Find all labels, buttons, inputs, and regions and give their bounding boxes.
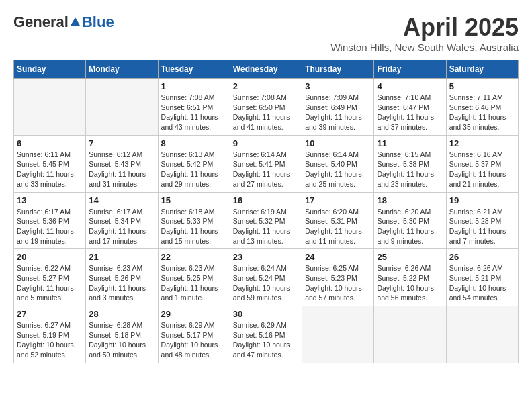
col-wednesday: Wednesday — [230, 60, 302, 79]
logo: General Blue — [13, 13, 114, 31]
table-row: 16Sunrise: 6:19 AM Sunset: 5:32 PM Dayli… — [230, 192, 302, 249]
col-saturday: Saturday — [446, 60, 518, 79]
table-row: 9Sunrise: 6:14 AM Sunset: 5:41 PM Daylig… — [230, 135, 302, 192]
table-row: 30Sunrise: 6:29 AM Sunset: 5:16 PM Dayli… — [230, 306, 302, 363]
logo-general: General — [13, 13, 69, 31]
day-number: 30 — [233, 309, 299, 319]
col-tuesday: Tuesday — [158, 60, 230, 79]
day-info: Sunrise: 6:13 AM Sunset: 5:42 PM Dayligh… — [161, 150, 227, 189]
calendar-week-row: 27Sunrise: 6:27 AM Sunset: 5:19 PM Dayli… — [14, 306, 519, 363]
logo-icon — [69, 16, 81, 28]
day-info: Sunrise: 6:14 AM Sunset: 5:40 PM Dayligh… — [305, 150, 371, 189]
month-year: April 2025 — [330, 13, 519, 42]
day-number: 14 — [89, 195, 154, 205]
day-info: Sunrise: 6:12 AM Sunset: 5:43 PM Dayligh… — [89, 150, 154, 189]
day-info: Sunrise: 6:17 AM Sunset: 5:34 PM Dayligh… — [89, 207, 154, 246]
calendar-week-row: 20Sunrise: 6:22 AM Sunset: 5:27 PM Dayli… — [14, 249, 519, 306]
table-row: 25Sunrise: 6:26 AM Sunset: 5:22 PM Dayli… — [374, 249, 446, 306]
day-info: Sunrise: 6:22 AM Sunset: 5:27 PM Dayligh… — [17, 263, 83, 303]
day-number: 27 — [17, 309, 83, 319]
table-row: 3Sunrise: 7:09 AM Sunset: 6:49 PM Daylig… — [302, 79, 374, 136]
day-number: 19 — [449, 195, 515, 205]
col-friday: Friday — [374, 60, 446, 79]
day-info: Sunrise: 6:28 AM Sunset: 5:18 PM Dayligh… — [89, 320, 154, 360]
day-info: Sunrise: 7:08 AM Sunset: 6:51 PM Dayligh… — [161, 93, 227, 132]
day-info: Sunrise: 6:23 AM Sunset: 5:26 PM Dayligh… — [89, 263, 154, 303]
day-number: 9 — [233, 138, 299, 148]
title-block: April 2025 Winston Hills, New South Wale… — [330, 13, 519, 53]
table-row: 7Sunrise: 6:12 AM Sunset: 5:43 PM Daylig… — [86, 135, 158, 192]
calendar-week-row: 1Sunrise: 7:08 AM Sunset: 6:51 PM Daylig… — [14, 79, 519, 136]
day-number: 28 — [89, 309, 154, 319]
table-row: 23Sunrise: 6:24 AM Sunset: 5:24 PM Dayli… — [230, 249, 302, 306]
day-info: Sunrise: 6:24 AM Sunset: 5:24 PM Dayligh… — [233, 263, 299, 303]
day-number: 10 — [305, 138, 371, 148]
col-sunday: Sunday — [14, 60, 86, 79]
table-row: 22Sunrise: 6:23 AM Sunset: 5:25 PM Dayli… — [158, 249, 230, 306]
table-row: 5Sunrise: 7:11 AM Sunset: 6:46 PM Daylig… — [446, 79, 518, 136]
day-info: Sunrise: 6:15 AM Sunset: 5:38 PM Dayligh… — [377, 150, 443, 189]
table-row: 20Sunrise: 6:22 AM Sunset: 5:27 PM Dayli… — [14, 249, 86, 306]
table-row: 8Sunrise: 6:13 AM Sunset: 5:42 PM Daylig… — [158, 135, 230, 192]
day-info: Sunrise: 6:18 AM Sunset: 5:33 PM Dayligh… — [161, 207, 227, 246]
table-row: 29Sunrise: 6:29 AM Sunset: 5:17 PM Dayli… — [158, 306, 230, 363]
table-row: 21Sunrise: 6:23 AM Sunset: 5:26 PM Dayli… — [86, 249, 158, 306]
day-number: 21 — [89, 252, 154, 262]
logo-blue: Blue — [82, 13, 114, 31]
svg-marker-0 — [71, 17, 80, 26]
day-number: 2 — [233, 81, 299, 91]
day-number: 5 — [449, 81, 515, 91]
table-row: 24Sunrise: 6:25 AM Sunset: 5:23 PM Dayli… — [302, 249, 374, 306]
table-row: 14Sunrise: 6:17 AM Sunset: 5:34 PM Dayli… — [86, 192, 158, 249]
day-info: Sunrise: 6:14 AM Sunset: 5:41 PM Dayligh… — [233, 150, 299, 189]
day-number: 16 — [233, 195, 299, 205]
day-info: Sunrise: 6:26 AM Sunset: 5:22 PM Dayligh… — [377, 263, 443, 303]
col-thursday: Thursday — [302, 60, 374, 79]
day-info: Sunrise: 7:11 AM Sunset: 6:46 PM Dayligh… — [449, 93, 515, 132]
table-row — [14, 79, 86, 136]
table-row: 4Sunrise: 7:10 AM Sunset: 6:47 PM Daylig… — [374, 79, 446, 136]
table-row: 17Sunrise: 6:20 AM Sunset: 5:31 PM Dayli… — [302, 192, 374, 249]
day-info: Sunrise: 6:25 AM Sunset: 5:23 PM Dayligh… — [305, 263, 371, 303]
day-number: 18 — [377, 195, 443, 205]
day-number: 24 — [305, 252, 371, 262]
day-number: 25 — [377, 252, 443, 262]
table-row: 2Sunrise: 7:08 AM Sunset: 6:50 PM Daylig… — [230, 79, 302, 136]
col-monday: Monday — [86, 60, 158, 79]
day-number: 29 — [161, 309, 227, 319]
day-info: Sunrise: 6:20 AM Sunset: 5:31 PM Dayligh… — [305, 207, 371, 246]
table-row — [374, 306, 446, 363]
day-number: 12 — [449, 138, 515, 148]
day-info: Sunrise: 6:17 AM Sunset: 5:36 PM Dayligh… — [17, 207, 83, 246]
calendar-week-row: 6Sunrise: 6:11 AM Sunset: 5:45 PM Daylig… — [14, 135, 519, 192]
calendar-table: Sunday Monday Tuesday Wednesday Thursday… — [13, 60, 519, 363]
day-number: 15 — [161, 195, 227, 205]
day-info: Sunrise: 7:09 AM Sunset: 6:49 PM Dayligh… — [305, 93, 371, 132]
day-info: Sunrise: 7:08 AM Sunset: 6:50 PM Dayligh… — [233, 93, 299, 132]
table-row: 28Sunrise: 6:28 AM Sunset: 5:18 PM Dayli… — [86, 306, 158, 363]
table-row: 11Sunrise: 6:15 AM Sunset: 5:38 PM Dayli… — [374, 135, 446, 192]
table-row: 26Sunrise: 6:26 AM Sunset: 5:21 PM Dayli… — [446, 249, 518, 306]
day-number: 4 — [377, 81, 443, 91]
table-row: 27Sunrise: 6:27 AM Sunset: 5:19 PM Dayli… — [14, 306, 86, 363]
day-info: Sunrise: 6:11 AM Sunset: 5:45 PM Dayligh… — [17, 150, 83, 189]
table-row — [86, 79, 158, 136]
day-number: 13 — [17, 195, 83, 205]
subtitle: Winston Hills, New South Wales, Australi… — [330, 42, 519, 53]
table-row: 12Sunrise: 6:16 AM Sunset: 5:37 PM Dayli… — [446, 135, 518, 192]
day-number: 6 — [17, 138, 83, 148]
table-row — [302, 306, 374, 363]
day-info: Sunrise: 6:29 AM Sunset: 5:16 PM Dayligh… — [233, 320, 299, 360]
day-info: Sunrise: 6:21 AM Sunset: 5:28 PM Dayligh… — [449, 207, 515, 246]
day-info: Sunrise: 6:29 AM Sunset: 5:17 PM Dayligh… — [161, 320, 227, 360]
day-number: 22 — [161, 252, 227, 262]
table-row: 6Sunrise: 6:11 AM Sunset: 5:45 PM Daylig… — [14, 135, 86, 192]
table-row — [446, 306, 518, 363]
calendar-header-row: Sunday Monday Tuesday Wednesday Thursday… — [14, 60, 519, 79]
day-info: Sunrise: 6:23 AM Sunset: 5:25 PM Dayligh… — [161, 263, 227, 303]
day-number: 1 — [161, 81, 227, 91]
day-info: Sunrise: 7:10 AM Sunset: 6:47 PM Dayligh… — [377, 93, 443, 132]
table-row: 13Sunrise: 6:17 AM Sunset: 5:36 PM Dayli… — [14, 192, 86, 249]
day-number: 26 — [449, 252, 515, 262]
table-row: 15Sunrise: 6:18 AM Sunset: 5:33 PM Dayli… — [158, 192, 230, 249]
